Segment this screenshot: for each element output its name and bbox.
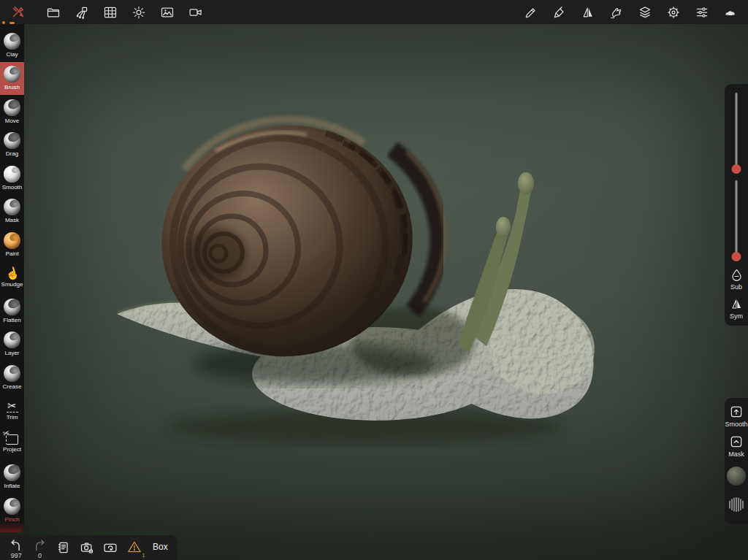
tool-label: Inflate [4, 483, 20, 489]
warning-wrap: 1 [127, 540, 142, 556]
camera-view-button[interactable] [99, 537, 122, 555]
smooth-tool-icon [4, 166, 20, 183]
intensity-slider-knob[interactable] [732, 252, 741, 261]
falloff-alpha-button[interactable] [728, 495, 745, 514]
hand-gesture-icon[interactable] [608, 4, 625, 21]
box-caret-icon [729, 434, 744, 449]
radius-slider-track [736, 93, 738, 166]
tool-label: Drag [6, 151, 18, 157]
drag-tool-icon [4, 132, 20, 149]
camera-settings-button[interactable] [75, 537, 99, 555]
mask-shortcut-label: Mask [728, 451, 744, 458]
paintbrush-icon[interactable] [551, 4, 568, 21]
tool-smudge[interactable]: ☝ Smudge [0, 261, 24, 295]
sliders-icon[interactable] [693, 4, 711, 21]
tool-smooth[interactable]: Smooth [0, 161, 24, 195]
intensity-slider[interactable] [725, 180, 748, 261]
tool-trim[interactable]: ✂ Trim [0, 394, 24, 428]
brush-tool-icon [4, 66, 20, 83]
warning-count: 1 [142, 552, 145, 559]
settings-gear-icon[interactable] [665, 4, 682, 21]
tool-mask[interactable]: Mask [0, 195, 24, 229]
layer-tool-icon [4, 331, 20, 348]
tool-label: Smudge [1, 282, 23, 288]
box-mode-label: Box [153, 542, 168, 552]
tool-label: Mask [5, 218, 19, 223]
tool-paint[interactable]: Paint [0, 228, 24, 261]
tool-layer[interactable]: Layer [0, 328, 24, 361]
viewport-3d[interactable] [0, 24, 748, 560]
folder-icon[interactable] [45, 4, 62, 21]
tool-crease[interactable]: Crease [0, 361, 24, 394]
tool-brush[interactable]: Brush [0, 62, 24, 96]
tool-label: Clay [6, 52, 18, 58]
mask-tool-icon [4, 199, 20, 215]
tool-clay[interactable]: Clay [0, 28, 24, 62]
tool-label: Paint [5, 251, 18, 257]
mask-shortcut-button[interactable]: Mask [728, 434, 744, 458]
pencil-icon[interactable] [522, 4, 540, 21]
tool-project[interactable]: ✂ Project [0, 427, 24, 461]
top-toolbar [0, 0, 748, 24]
notification-dot [2, 21, 5, 24]
tool-inflate[interactable]: Inflate [0, 461, 24, 494]
tool-label: Layer [4, 350, 19, 356]
intensity-slider-track [736, 180, 738, 254]
notification-dash [9, 22, 15, 24]
clay-tool-icon [4, 33, 20, 50]
tool-sidebar: Clay Brush Move Drag Smooth Mask Paint ☝… [0, 24, 24, 532]
tool-label: Flatten [3, 318, 20, 323]
environment-icon[interactable] [722, 4, 739, 21]
crease-tool-icon [4, 365, 20, 382]
warning-triangle-icon [127, 540, 142, 553]
tool-label: Move [5, 118, 20, 124]
app-logo-tools-icon[interactable] [9, 4, 26, 21]
box-up-arrow-icon [729, 404, 744, 419]
smudge-tool-icon: ☝ [4, 266, 20, 281]
redo-arrow-icon [32, 539, 47, 552]
symmetry-icon[interactable] [579, 4, 597, 21]
tool-pinch[interactable]: Pinch [0, 494, 24, 527]
redo-button[interactable]: 0 [28, 537, 51, 559]
tool-label: Brush [4, 85, 20, 91]
image-icon[interactable] [159, 4, 176, 21]
notes-button[interactable] [52, 537, 75, 555]
tool-label: Crease [3, 384, 22, 390]
smooth-shortcut-button[interactable]: Smooth [725, 404, 747, 428]
lighting-icon[interactable] [130, 4, 148, 21]
notebook-icon [56, 540, 71, 555]
sub-toggle-button[interactable]: Sub [730, 268, 744, 291]
box-mode-button[interactable]: Box [146, 537, 175, 552]
camera-rotate-icon [103, 540, 118, 555]
video-camera-icon[interactable] [187, 4, 205, 21]
symmetry-small-icon [730, 297, 744, 311]
layers-icon[interactable] [636, 4, 654, 21]
tool-flatten[interactable]: Flatten [0, 294, 24, 328]
radius-slider[interactable] [725, 93, 748, 174]
tool-label: Pinch [4, 517, 19, 523]
bottom-toolbar: 997 0 [0, 535, 178, 560]
inflate-tool-icon [4, 464, 20, 481]
tool-move[interactable]: Move [0, 95, 24, 129]
topbar-left-group [9, 4, 205, 21]
camera-gear-icon [80, 540, 94, 555]
radius-slider-knob[interactable] [732, 164, 741, 174]
trim-tool-icon: ✂ [7, 400, 18, 413]
warning-button[interactable]: 1 [122, 537, 145, 556]
matcap-material-button[interactable] [727, 467, 746, 486]
notification-marks [2, 21, 15, 24]
snail-model [0, 24, 748, 560]
tool-label: Smooth [2, 185, 23, 191]
pinch-tool-icon [4, 498, 20, 515]
scene-graph-icon[interactable] [73, 4, 91, 21]
brush-settings-panel: Sub Sym [725, 84, 748, 326]
move-tool-icon [4, 99, 20, 116]
undo-button[interactable]: 997 [4, 537, 28, 559]
undo-count: 997 [11, 553, 22, 559]
tool-label: Trim [7, 415, 18, 421]
grid-icon[interactable] [102, 4, 119, 21]
droplet-minus-icon [730, 268, 744, 282]
tool-drag[interactable]: Drag [0, 129, 24, 162]
sym-toggle-button[interactable]: Sym [730, 297, 744, 320]
redo-count: 0 [38, 553, 42, 559]
